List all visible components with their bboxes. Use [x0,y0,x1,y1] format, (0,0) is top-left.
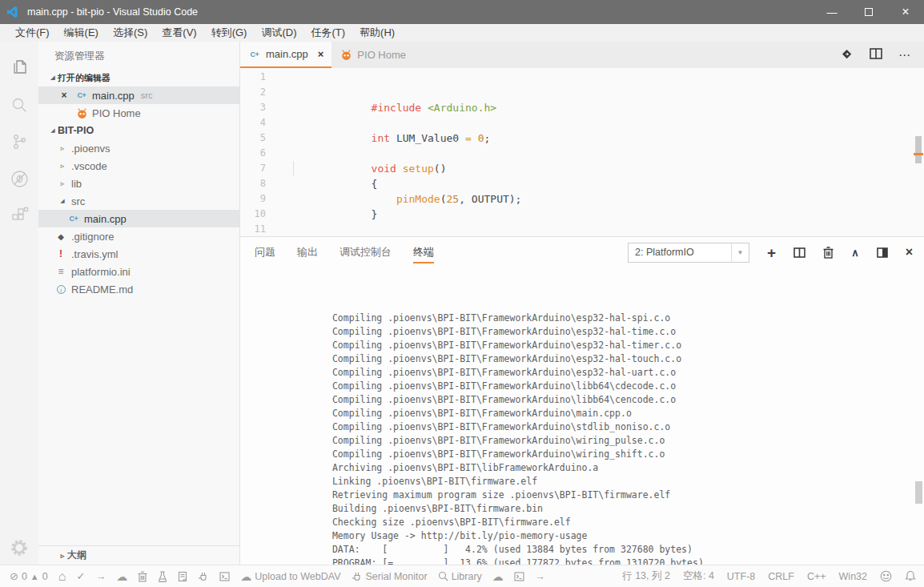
move-panel-icon[interactable] [877,247,888,258]
terminal-select[interactable]: 2: PlatformIO ▼ [628,243,749,263]
code-line[interactable]: 1 #include <Arduino.h> [240,70,924,85]
tree-folder-vscode[interactable]: ▹ .vscode [38,157,239,175]
maximize-icon [865,8,873,16]
tab-debug-console[interactable]: 调试控制台 [339,237,392,267]
tree-item-label: .vscode [71,160,107,172]
new-terminal-status-icon[interactable] [514,572,524,581]
close-editor-icon[interactable]: × [58,90,70,101]
tab-close-icon[interactable]: × [318,48,324,60]
code-line[interactable]: 3 int LUM_Value0 = 0; [240,100,924,115]
code-line[interactable]: 10 void loop() [240,207,924,222]
code-line[interactable]: 11 { [240,222,924,236]
maximize-button[interactable] [850,0,887,24]
library-button[interactable]: Library [438,571,482,582]
extensions-icon[interactable] [0,197,38,234]
menu-item[interactable]: 选择(S) [106,24,155,42]
code-line[interactable]: 7 pinMode(25, OUTPUT); [240,161,924,176]
tree-file-travis[interactable]: ! .travis.yml [38,245,239,263]
tree-item-label: .gitignore [71,231,114,243]
ini-file-icon: ≡ [54,265,67,278]
open-changes-icon[interactable] [840,47,854,63]
new-terminal-icon[interactable]: + [767,245,776,260]
encoding[interactable]: UTF-8 [727,571,755,582]
eol-sequence[interactable]: CRLF [768,571,794,582]
pio-serial-port-icon[interactable] [198,572,209,581]
pio-build-icon[interactable]: ✓ [76,570,85,582]
feedback-smiley-icon[interactable] [880,570,892,582]
code-line[interactable]: 4 [240,115,924,131]
indentation[interactable]: 空格: 4 [683,569,714,583]
menu-item[interactable]: 查看(V) [155,24,203,42]
platform-mode[interactable]: Win32 [839,571,867,582]
code-segment [472,132,478,144]
more-actions-icon[interactable]: ⋯ [898,48,911,62]
panel-actions: 2: PlatformIO ▼ + ∧ [628,243,913,263]
code-editor[interactable]: 1 #include <Arduino.h> 2 3 [240,68,924,236]
minimize-button[interactable]: — [814,0,850,24]
menu-item[interactable]: 编辑(E) [57,24,106,42]
upload-webdav-button[interactable]: ☁ Upload to WebDAV [240,570,340,583]
minimap[interactable]: #include <Arduino.h> int LUM_Value0 = 0; [839,70,913,99]
project-root-row[interactable]: ◢ BIT-PIO [38,122,239,139]
cloud-download-icon[interactable]: ☁ [492,570,504,583]
pio-home-icon[interactable]: ⌂ [58,569,66,584]
explorer-icon[interactable] [0,50,38,86]
terminal-segment: Compiling .pioenvs\BPI-BIT\FrameworkArdu… [332,421,670,432]
tree-file-gitignore[interactable]: ◆ .gitignore [38,227,239,245]
tab-terminal[interactable]: 终端 [413,237,434,267]
menu-item[interactable]: 转到(G) [204,24,255,42]
serial-monitor-button[interactable]: Serial Monitor [352,571,428,582]
language-mode[interactable]: C++ [807,571,826,582]
pio-upload-icon[interactable]: → [95,570,106,582]
split-editor-icon[interactable] [870,48,882,62]
pio-task-icon[interactable] [178,571,187,582]
open-editor-main-cpp[interactable]: × C+ main.cpp src [38,86,239,104]
search-icon[interactable] [0,86,38,123]
tab-main-cpp[interactable]: C+ main.cpp × [240,42,331,68]
terminal-scrollbar[interactable] [915,481,922,504]
open-editors-header[interactable]: ◢ 打开的编辑器 [38,69,239,86]
tree-folder-pioenvs[interactable]: ▹ .pioenvs [38,139,239,157]
tree-file-readme[interactable]: i README.md [38,280,239,298]
code-text: { [272,146,384,161]
pio-clean-icon[interactable] [138,571,147,582]
tab-problems[interactable]: 问题 [255,237,275,267]
settings-gear-icon[interactable] [0,537,38,558]
menu-item[interactable]: 文件(F) [8,24,57,42]
pio-test-icon[interactable] [158,571,167,582]
tree-folder-lib[interactable]: ▹ lib [38,175,239,192]
debug-icon[interactable] [0,160,38,197]
menu-item[interactable]: 调试(D) [254,24,303,42]
editor-tab-bar: C+ main.cpp × PIO Home [240,42,924,68]
upload-arrow-icon[interactable]: → [535,570,545,582]
tab-output[interactable]: 输出 [297,237,318,267]
tree-file-platformio-ini[interactable]: ≡ platformio.ini [38,263,239,280]
code-line[interactable]: 5 void setup() [240,131,924,146]
notifications-bell-icon[interactable] [905,570,916,582]
menu-item[interactable]: 任务(T) [303,24,352,42]
panel-header: 问题 输出 调试控制台 终端 2: PlatformIO ▼ + [240,237,924,267]
close-button[interactable]: × [887,0,924,24]
menu-item[interactable]: 帮助(H) [352,24,402,42]
terminal-output[interactable]: Compiling .pioenvs\BPI-BIT\FrameworkArdu… [240,267,924,565]
pio-remote-icon[interactable]: ☁ [116,570,127,583]
source-control-icon[interactable] [0,123,38,160]
close-panel-icon[interactable]: × [906,245,913,259]
open-editor-pio-home[interactable]: PIO Home [38,104,239,122]
tree-file-main-cpp[interactable]: C+ main.cpp [38,210,239,227]
cursor-position[interactable]: 行 13, 列 2 [622,569,670,583]
code-line[interactable]: 9 [240,191,924,207]
split-terminal-icon[interactable] [793,247,805,258]
kill-terminal-icon[interactable] [823,247,834,259]
pio-terminal-icon[interactable] [219,572,230,581]
editor-scrollbar[interactable] [913,68,924,236]
tab-pio-home[interactable]: PIO Home [331,42,414,68]
problems-status[interactable]: ⊘ 0 ▲ 0 [10,570,48,582]
code-line[interactable]: 2 [240,85,924,100]
outline-section[interactable]: ▹ 大纲 [38,545,239,565]
code-line[interactable]: 8 } [240,176,924,191]
tree-folder-src[interactable]: ◢ src [38,192,239,210]
code-line[interactable]: 6 { [240,146,924,161]
scrollbar-thumb[interactable] [915,136,922,163]
maximize-panel-icon[interactable]: ∧ [851,247,859,259]
